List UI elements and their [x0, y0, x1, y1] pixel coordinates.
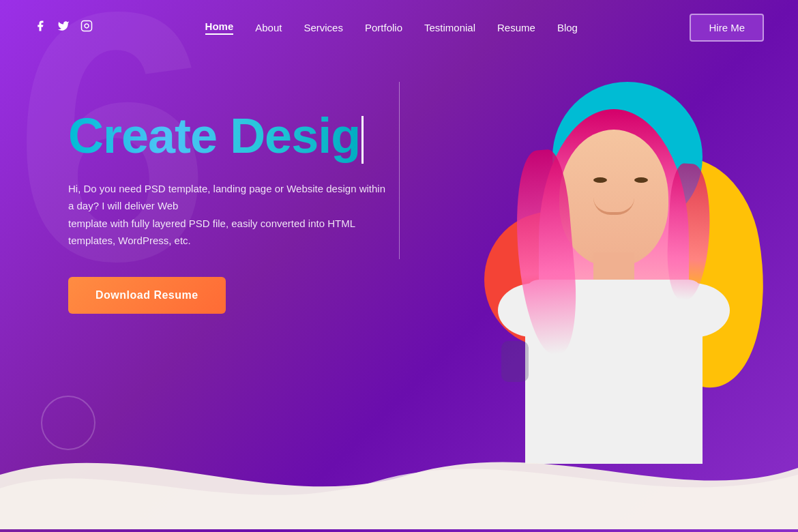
hero-description: Hi, Do you need PSD template, landing pa… [68, 180, 389, 250]
hero-title-text: Create Desig [68, 108, 360, 163]
bottom-wave [0, 420, 798, 532]
nav-testimonial[interactable]: Testimonial [424, 22, 475, 33]
hire-me-button[interactable]: Hire Me [690, 14, 764, 42]
person-silhouette [484, 89, 743, 464]
nav-home[interactable]: Home [205, 20, 234, 35]
nav-about[interactable]: About [255, 22, 282, 33]
hero-content-left: Create Desig Hi, Do you need PSD templat… [68, 109, 450, 314]
nav-resume[interactable]: Resume [497, 22, 535, 33]
instagram-icon[interactable] [80, 20, 93, 35]
hero-title: Create Desig [68, 109, 450, 164]
facebook-icon[interactable] [34, 20, 46, 35]
nav-services[interactable]: Services [304, 22, 343, 33]
header: Home About Services Portfolio Testimonia… [0, 0, 798, 55]
hero-section: 6 [0, 0, 798, 532]
social-icons [34, 20, 93, 35]
download-resume-button[interactable]: Download Resume [68, 277, 226, 314]
nav-portfolio[interactable]: Portfolio [365, 22, 402, 33]
nav-blog[interactable]: Blog [557, 22, 578, 33]
person-image [484, 89, 743, 464]
cursor-blink [361, 116, 364, 164]
main-nav: Home About Services Portfolio Testimonia… [205, 20, 578, 35]
svg-rect-0 [82, 21, 92, 31]
twitter-icon[interactable] [57, 20, 70, 35]
